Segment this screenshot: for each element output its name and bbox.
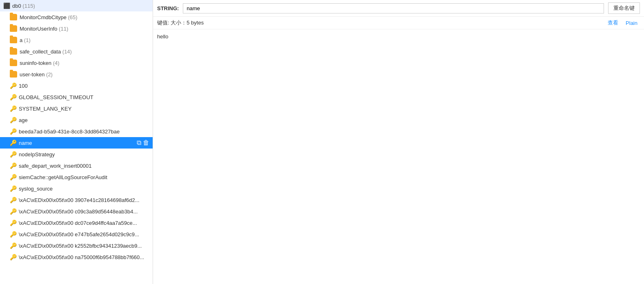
key-label: \xAC\xED\x00\x05t\x00 dc07ce9d4ffc4aa7a5… <box>19 220 149 226</box>
key-item-xac-6[interactable]: 🔑 \xAC\xED\x00\x05t\x00 na75000f6b954788… <box>0 251 153 263</box>
main-panel: STRING: 重命名键 键值: 大小：5 bytes 查看 Plain hel… <box>153 0 644 284</box>
key-label: name <box>19 140 135 146</box>
db-root-label: db0 (115) <box>12 3 149 9</box>
key-icon: 🔑 <box>10 220 16 226</box>
key-item-xac-2[interactable]: 🔑 \xAC\xED\x00\x05t\x00 c09c3a89d56448ea… <box>0 206 153 217</box>
key-icon: 🔑 <box>10 174 16 180</box>
key-item-xac-4[interactable]: 🔑 \xAC\xED\x00\x05t\x00 e747b5afe2654d02… <box>0 229 153 240</box>
folder-icon <box>10 60 17 66</box>
key-label: SYSTEM_LANG_KEY <box>19 106 149 112</box>
key-label: GLOBAL_SESSION_TIMEOUT <box>19 94 149 100</box>
key-item-syslog-source[interactable]: 🔑 syslog_source <box>0 183 153 194</box>
folder-label: suninfo-token (4) <box>20 60 149 66</box>
value-area: hello <box>153 29 644 284</box>
key-icon: 🔑 <box>10 242 16 249</box>
folder-icon <box>10 14 17 20</box>
key-icon: 🔑 <box>10 94 16 100</box>
folder-label: user-token (2) <box>20 71 149 78</box>
view-button[interactable]: 查看 <box>605 18 621 27</box>
sidebar: ⬛ db0 (115) MonitorCmdbCitype (65) Monit… <box>0 0 153 284</box>
key-label: \xAC\xED\x00\x05t\x00 e747b5afe2654d029c… <box>19 231 149 237</box>
folder-label: MonitorCmdbCitype (65) <box>20 14 149 20</box>
db-icon: ⬛ <box>3 2 10 9</box>
folder-item-monitorcmdbcitype[interactable]: MonitorCmdbCitype (65) <box>0 11 153 23</box>
key-icon: 🔑 <box>10 82 16 89</box>
key-label: \xAC\xED\x00\x05t\x00 k2552bfbc94341239a… <box>19 243 149 249</box>
key-icon: 🔑 <box>10 105 16 112</box>
key-label: \xAC\xED\x00\x05t\x00 c09c3a89d56448eab3… <box>19 209 149 215</box>
key-icon: 🔑 <box>10 128 16 135</box>
key-icon: 🔑 <box>10 117 16 123</box>
folder-label: MonitorUserInfo (11) <box>20 26 149 32</box>
key-label: beeda7ad-b5a9-431e-8cc8-3dd864327bae <box>19 129 149 135</box>
key-icon: 🔑 <box>10 140 16 146</box>
key-name-input[interactable] <box>183 3 604 13</box>
key-icon: 🔑 <box>10 185 16 192</box>
folder-item-user-token[interactable]: user-token (2) <box>0 69 153 80</box>
folder-item-suninfo-token[interactable]: suninfo-token (4) <box>0 57 153 69</box>
key-icon: 🔑 <box>10 231 16 237</box>
key-label: syslog_source <box>19 186 149 192</box>
key-icon: 🔑 <box>10 197 16 203</box>
copy-icon[interactable]: ⧉ <box>137 139 141 146</box>
key-icon: 🔑 <box>10 208 16 215</box>
key-label: age <box>19 117 149 123</box>
key-label: siemCache::getAllLogSourceForAudit <box>19 174 149 180</box>
key-item-global-session-timeout[interactable]: 🔑 GLOBAL_SESSION_TIMEOUT <box>0 91 153 103</box>
folder-item-safe-collect-data[interactable]: safe_collect_data (14) <box>0 46 153 57</box>
plain-button[interactable]: Plain <box>623 19 640 27</box>
key-item-nodeipstrategy[interactable]: 🔑 nodeIpStrategy <box>0 149 153 160</box>
folder-icon <box>10 48 17 55</box>
key-item-siemcache[interactable]: 🔑 siemCache::getAllLogSourceForAudit <box>0 171 153 183</box>
delete-icon[interactable]: 🗑 <box>143 139 149 146</box>
folder-icon <box>10 37 17 43</box>
key-icon: 🔑 <box>10 151 16 158</box>
key-item-safe-depart[interactable]: 🔑 safe_depart_work_insert00001 <box>0 160 153 171</box>
key-icon: 🔑 <box>10 254 16 260</box>
value-content: hello <box>157 33 168 40</box>
meta-bar: 键值: 大小：5 bytes 查看 Plain <box>153 17 644 29</box>
folder-label: a (1) <box>20 37 149 43</box>
key-item-beeda7ad[interactable]: 🔑 beeda7ad-b5a9-431e-8cc8-3dd864327bae <box>0 126 153 137</box>
key-label: nodeIpStrategy <box>19 151 149 158</box>
key-label: 100 <box>19 83 149 89</box>
key-item-system-lang-key[interactable]: 🔑 SYSTEM_LANG_KEY <box>0 103 153 114</box>
key-item-xac-1[interactable]: 🔑 \xAC\xED\x00\x05t\x00 3907e41c28164698… <box>0 194 153 206</box>
key-item-xac-3[interactable]: 🔑 \xAC\xED\x00\x05t\x00 dc07ce9d4ffc4aa7… <box>0 217 153 229</box>
folder-icon <box>10 25 17 32</box>
key-label: \xAC\xED\x00\x05t\x00 na75000f6b954788bb… <box>19 254 149 260</box>
db-root-item[interactable]: ⬛ db0 (115) <box>0 0 153 11</box>
key-item-age[interactable]: 🔑 age <box>0 114 153 126</box>
key-icon: 🔑 <box>10 162 16 169</box>
folder-label: safe_collect_data (14) <box>20 49 149 55</box>
key-label: \xAC\xED\x00\x05t\x00 3907e41c28164698af… <box>19 197 149 203</box>
key-item-xac-5[interactable]: 🔑 \xAC\xED\x00\x05t\x00 k2552bfbc9434123… <box>0 240 153 251</box>
folder-item-monitoruserinfo[interactable]: MonitorUserInfo (11) <box>0 23 153 34</box>
action-icons: ⧉ 🗑 <box>137 139 149 146</box>
folder-icon <box>10 71 17 78</box>
key-item-name[interactable]: 🔑 name ⧉ 🗑 <box>0 137 153 149</box>
folder-item-a[interactable]: a (1) <box>0 34 153 46</box>
top-bar: STRING: 重命名键 <box>153 0 644 17</box>
key-label: safe_depart_work_insert00001 <box>19 163 149 169</box>
rename-button[interactable]: 重命名键 <box>608 2 640 14</box>
type-label: STRING: <box>157 5 179 11</box>
key-item-100[interactable]: 🔑 100 <box>0 80 153 91</box>
meta-label: 键值: 大小：5 bytes <box>157 19 204 27</box>
